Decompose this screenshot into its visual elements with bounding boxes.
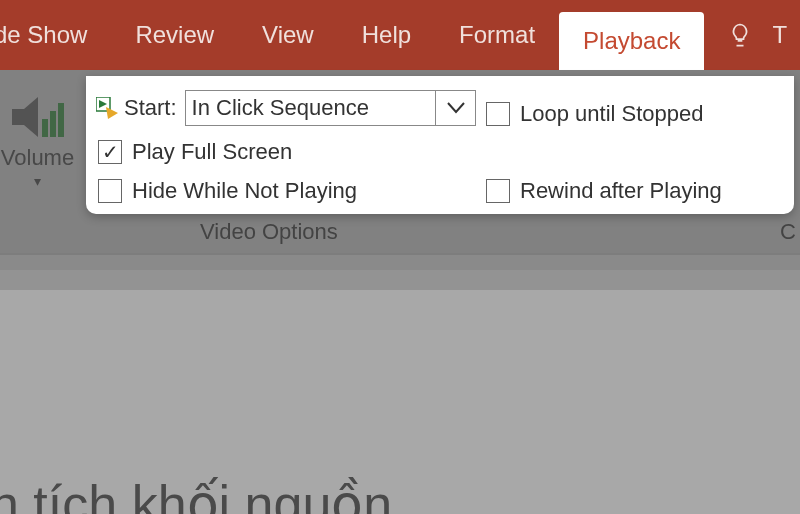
play-full-screen-checkbox[interactable]	[98, 140, 122, 164]
tabs-row: de Show Review View Help Format Playback…	[0, 0, 787, 70]
ribbon-group-label: Video Options	[200, 219, 338, 245]
start-dropdown[interactable]: In Click Sequence	[185, 90, 436, 126]
chevron-down-icon: ▾	[0, 173, 85, 189]
start-row: Start: In Click Sequence	[96, 88, 476, 129]
hide-while-not-playing-checkbox[interactable]	[98, 179, 122, 203]
play-full-screen-row[interactable]: Play Full Screen	[96, 137, 476, 168]
ribbon-group-label-right-cut: C	[780, 219, 796, 245]
volume-icon	[0, 95, 85, 139]
ribbon-tabs-bar: de Show Review View Help Format Playback…	[0, 0, 800, 70]
rewind-after-playing-row[interactable]: Rewind after Playing	[486, 175, 776, 206]
tab-format[interactable]: Format	[435, 0, 559, 70]
volume-button[interactable]: Volume ▾	[0, 95, 85, 189]
loop-until-stopped-row[interactable]: Loop until Stopped	[486, 101, 776, 129]
svg-rect-2	[50, 111, 56, 137]
rewind-after-playing-checkbox[interactable]	[486, 179, 510, 203]
svg-marker-5	[99, 100, 107, 108]
play-full-screen-label: Play Full Screen	[132, 139, 292, 165]
slide-area-background: n tích khối nguồn	[0, 270, 800, 514]
lightbulb-icon[interactable]	[714, 0, 766, 70]
tab-tellme-cut[interactable]: T	[766, 0, 787, 70]
rewind-after-playing-label: Rewind after Playing	[520, 178, 722, 204]
loop-until-stopped-label: Loop until Stopped	[520, 101, 704, 127]
svg-rect-3	[58, 103, 64, 137]
tab-help[interactable]: Help	[338, 0, 435, 70]
tab-view[interactable]: View	[238, 0, 338, 70]
start-label: Start:	[124, 95, 177, 121]
svg-rect-1	[42, 119, 48, 137]
hide-while-not-playing-row[interactable]: Hide While Not Playing	[96, 175, 476, 206]
start-dropdown-value: In Click Sequence	[192, 95, 369, 121]
chevron-down-icon[interactable]	[436, 90, 476, 126]
tab-review[interactable]: Review	[111, 0, 238, 70]
tab-playback[interactable]: Playback	[559, 12, 704, 70]
loop-until-stopped-checkbox[interactable]	[486, 102, 510, 126]
hide-while-not-playing-label: Hide While Not Playing	[132, 178, 357, 204]
video-options-panel: Start: In Click Sequence Loop until Stop…	[86, 76, 794, 214]
start-play-icon	[96, 97, 118, 119]
slide-canvas[interactable]: n tích khối nguồn	[0, 290, 800, 514]
svg-marker-0	[12, 97, 38, 137]
volume-label: Volume	[0, 145, 85, 171]
tab-slideshow[interactable]: de Show	[0, 0, 111, 70]
svg-marker-6	[106, 107, 118, 119]
slide-title-partial: n tích khối nguồn	[0, 474, 392, 514]
